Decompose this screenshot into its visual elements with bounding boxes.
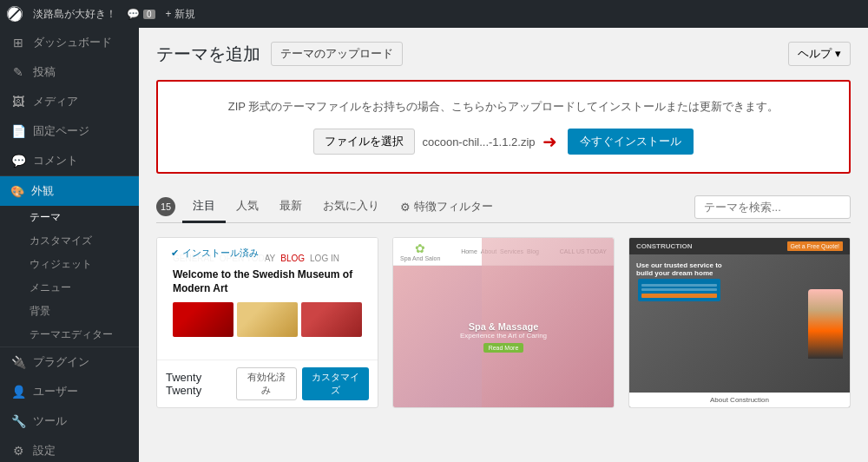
- sidebar-label-media: メディア: [33, 94, 78, 109]
- admin-bar: 淡路島が大好き！ 💬 0 + 新規: [0, 0, 868, 28]
- construction-tagline2: build your dream home: [636, 269, 722, 277]
- tt-nav-4: LOG IN: [310, 254, 339, 263]
- page-title: テーマを追加: [156, 43, 260, 66]
- form-submit: [641, 294, 717, 298]
- sidebar-label-dashboard: ダッシュボード: [33, 35, 112, 50]
- sidebar-item-comments[interactable]: 💬 コメント: [0, 146, 139, 175]
- theme-grid: ✔ インストール済み GENERAL OPEN TODAY BLOG LOG I…: [156, 237, 851, 408]
- theme-search: [694, 195, 851, 219]
- page-header: テーマを追加 テーマのアップロード ヘルプ ▾: [156, 42, 851, 66]
- sidebar-sub-themes[interactable]: テーマ: [0, 206, 139, 229]
- help-button[interactable]: ヘルプ ▾: [788, 42, 851, 66]
- spa-hero-subtitle: Experience the Art of Caring: [460, 332, 547, 340]
- theme-name-twenty-twenty: Twenty Twenty: [166, 371, 236, 397]
- tab-filter[interactable]: ⚙ 特徴フィルター: [390, 192, 503, 221]
- tab-favorites[interactable]: お気に入り: [312, 191, 390, 223]
- users-icon: 👤: [10, 385, 26, 399]
- activate-button-twenty-twenty[interactable]: 有効化済み: [236, 367, 296, 400]
- tt-image-3: [301, 302, 362, 337]
- customize-label: カスタマイズ: [30, 234, 92, 247]
- sidebar-item-appearance[interactable]: 🎨 外観: [0, 176, 139, 206]
- tab-latest[interactable]: 最新: [269, 191, 312, 223]
- menus-label: メニュー: [30, 281, 71, 294]
- appearance-section: 🎨 外観 テーマ カスタマイズ ウィジェット メニュー 背景 テーマエディター: [0, 175, 139, 346]
- new-post-link[interactable]: + 新規: [166, 7, 195, 22]
- wp-logo-link[interactable]: [7, 6, 23, 22]
- comment-icon: 💬: [127, 8, 140, 20]
- tt-image-1: [173, 302, 233, 337]
- sidebar-item-dashboard[interactable]: ⊞ ダッシュボード: [0, 28, 139, 57]
- sidebar-label-appearance: 外観: [31, 183, 54, 199]
- form-line-1: [641, 284, 717, 287]
- tt-image-row: [173, 302, 362, 337]
- construction-header: CONSTRUCTION Get a Free Quote!: [629, 238, 850, 254]
- sidebar-sub-background[interactable]: 背景: [0, 300, 139, 323]
- theme-footer-construction: Construction Landing Page: [629, 407, 850, 408]
- sidebar-sub-menus[interactable]: メニュー: [0, 276, 139, 300]
- sidebar-item-users[interactable]: 👤 ユーザー: [0, 377, 139, 406]
- arrow-icon: ➜: [542, 131, 557, 152]
- sidebar-label-users: ユーザー: [33, 384, 78, 399]
- sidebar-label-comments: コメント: [33, 153, 78, 168]
- wp-icon: [7, 6, 23, 22]
- sidebar-item-pages[interactable]: 📄 固定ページ: [0, 116, 139, 146]
- posts-icon: ✎: [10, 65, 26, 79]
- background-label: 背景: [30, 305, 50, 317]
- install-button[interactable]: 今すぐインストール: [568, 129, 694, 155]
- sidebar-sub-theme-editor[interactable]: テーマエディター: [0, 323, 139, 346]
- theme-count-badge: 15: [156, 197, 175, 216]
- sidebar-item-media[interactable]: 🖼 メディア: [0, 87, 139, 116]
- tt-image-2: [237, 302, 298, 337]
- spa-flower-icon: ✿: [400, 241, 440, 255]
- tab-popular[interactable]: 人気: [226, 191, 269, 223]
- comment-count: 0: [143, 10, 155, 19]
- theme-actions-twenty-twenty: 有効化済み カスタマイズ: [236, 367, 369, 400]
- theme-card-twenty-twenty: ✔ インストール済み GENERAL OPEN TODAY BLOG LOG I…: [156, 237, 378, 408]
- spa-nav-1: Home: [461, 248, 477, 254]
- theme-search-input[interactable]: [694, 195, 851, 219]
- spa-hero-title: Spa & Massage: [460, 321, 547, 332]
- media-icon: 🖼: [10, 95, 26, 109]
- content-area: テーマを追加 テーマのアップロード ヘルプ ▾ ZIP 形式のテーマファイルをお…: [139, 28, 868, 462]
- construction-about: About Construction: [629, 393, 850, 407]
- upload-description: ZIP 形式のテーマファイルをお持ちの場合、こちらからアップロードしてインストー…: [179, 99, 828, 115]
- sidebar-label-posts: 投稿: [33, 64, 56, 80]
- upload-box: ZIP 形式のテーマファイルをお持ちの場合、こちらからアップロードしてインストー…: [156, 80, 851, 174]
- plugins-icon: 🔌: [10, 355, 26, 369]
- customize-button-twenty-twenty[interactable]: カスタマイズ: [302, 367, 369, 400]
- sidebar-item-tools[interactable]: 🔧 ツール: [0, 406, 139, 436]
- tab-featured[interactable]: 注目: [182, 191, 226, 223]
- sidebar-item-plugins[interactable]: 🔌 プラグイン: [0, 346, 139, 377]
- spa-hero: Spa & Massage Experience the Art of Cari…: [393, 266, 614, 407]
- tabs-bar: 15 注目 人気 最新 お気に入り ⚙ 特徴フィルター: [156, 191, 851, 223]
- sidebar-label-tools: ツール: [33, 413, 67, 429]
- site-name-link[interactable]: 淡路島が大好き！: [33, 7, 116, 22]
- construction-worker: [808, 289, 843, 359]
- widgets-label: ウィジェット: [30, 258, 92, 270]
- sidebar-item-settings[interactable]: ⚙ 設定: [0, 436, 139, 462]
- new-label: + 新規: [166, 7, 195, 22]
- dashboard-icon: ⊞: [10, 36, 26, 50]
- theme-preview-construction: CONSTRUCTION Get a Free Quote! Use our t…: [629, 238, 850, 407]
- theme-footer-spa: Spa and Salon: [393, 407, 614, 408]
- construction-cta: Get a Free Quote!: [787, 241, 843, 251]
- tools-icon: 🔧: [10, 414, 26, 428]
- theme-card-construction: CONSTRUCTION Get a Free Quote! Use our t…: [628, 237, 851, 408]
- sidebar-sub-widgets[interactable]: ウィジェット: [0, 253, 139, 276]
- theme-footer-twenty-twenty: Twenty Twenty 有効化済み カスタマイズ: [157, 360, 378, 407]
- sidebar-item-posts[interactable]: ✎ 投稿: [0, 57, 139, 87]
- file-choose-button[interactable]: ファイルを選択: [313, 129, 415, 155]
- checkmark-icon: ✔: [171, 248, 179, 259]
- main-layout: ⊞ ダッシュボード ✎ 投稿 🖼 メディア 📄 固定ページ 💬 コメント 🎨 外…: [0, 28, 868, 462]
- appearance-icon: 🎨: [10, 185, 24, 198]
- pages-icon: 📄: [10, 124, 26, 138]
- gear-icon: ⚙: [400, 201, 411, 214]
- upload-theme-button[interactable]: テーマのアップロード: [271, 42, 403, 66]
- spa-logo: ✿ Spa And Salon: [400, 241, 440, 261]
- form-line-2: [641, 288, 717, 291]
- comments-link[interactable]: 💬 0: [127, 8, 155, 20]
- theme-preview-spa: ✿ Spa And Salon Home About Services Blog…: [393, 238, 614, 407]
- sidebar-label-pages: 固定ページ: [33, 123, 89, 139]
- sidebar-sub-customize[interactable]: カスタマイズ: [0, 229, 139, 253]
- file-name: cocoon-chil...-1.1.2.zip: [422, 135, 535, 148]
